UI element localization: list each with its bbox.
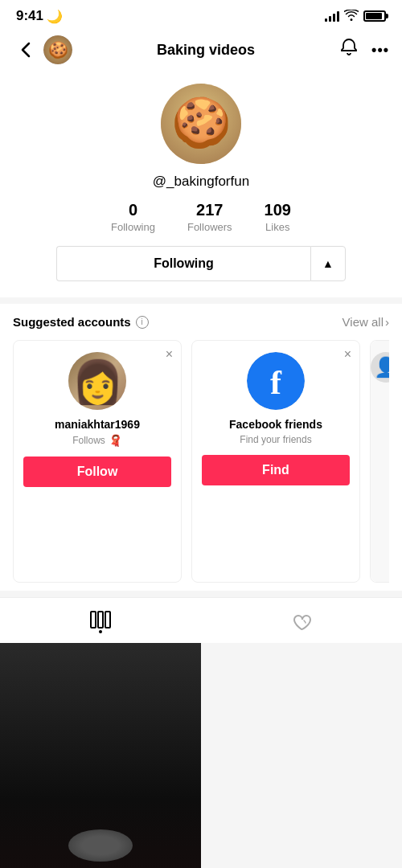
view-all-button[interactable]: View all › [343,315,389,329]
close-card-2-icon[interactable]: × [344,347,351,362]
likes-count: 109 [265,201,291,219]
tab-bar [0,597,402,643]
status-bar: 9:41 🌙 [0,0,402,29]
stat-likes: 109 Likes [265,201,291,233]
following-button[interactable]: Following [56,246,310,281]
nav-left: 🍪 [13,35,72,64]
stats-row: 0 Following 217 Followers 109 Likes [16,201,386,233]
follow-button-card-1[interactable]: Follow [23,457,171,487]
svg-rect-0 [91,612,96,628]
suggested-title-row: Suggested accounts i [13,315,149,329]
moon-icon: 🌙 [47,9,63,24]
close-card-1-icon[interactable]: × [166,347,173,362]
followers-count: 217 [196,201,223,219]
stat-following: 0 Following [111,201,155,233]
video-thumbnail-1[interactable] [0,643,201,868]
action-row: Following ▲ [56,246,346,281]
tab-liked[interactable] [275,609,328,635]
card-2-sub: Find your friends [240,434,311,445]
facebook-logo-icon: f [270,366,281,399]
info-icon[interactable]: i [136,316,149,329]
battery-icon [363,10,386,22]
following-label: Following [111,221,155,233]
dropdown-arrow-icon: ▲ [322,257,334,270]
wifi-icon [344,10,359,23]
nav-actions: ••• [339,38,389,62]
svg-rect-1 [98,612,103,628]
suggested-title: Suggested accounts [13,315,131,329]
active-tab-indicator [99,630,102,633]
card-1-avatar [68,352,126,410]
heart-outline-icon [291,612,312,632]
grid-icon [90,611,111,628]
find-button-card-2[interactable]: Find [202,455,350,485]
card-1-name: maniakhtar1969 [55,418,140,431]
back-button[interactable] [13,37,39,63]
following-count: 0 [129,201,137,219]
card-1-sub: Follows 🧣 [72,434,122,447]
section-divider-2 [0,591,402,597]
signal-icon [325,10,339,22]
bowl-visual [68,829,133,862]
chevron-right-icon: › [385,315,389,329]
svg-rect-2 [105,612,110,628]
nav-bar: 🍪 Baking videos ••• [0,29,402,71]
suggested-card-2: × f Facebook friends Find your friends F… [191,340,360,583]
card-2-name: Facebook friends [229,418,322,431]
suggested-header: Suggested accounts i View all › [13,315,389,329]
more-options-icon[interactable]: ••• [371,42,389,59]
nav-avatar: 🍪 [43,35,72,64]
suggested-cards-row: × maniakhtar1969 Follows 🧣 Follow × f Fa… [13,340,389,583]
section-divider [0,297,402,304]
status-icons [325,10,386,23]
profile-section: @_bakingforfun 0 Following 217 Followers… [0,71,402,297]
stat-followers: 217 Followers [187,201,232,233]
follows-emoji-icon: 🧣 [109,434,122,447]
card-2-avatar: f [247,352,305,410]
suggested-card-1: × maniakhtar1969 Follows 🧣 Follow [13,340,182,583]
video-grid [0,643,402,868]
profile-avatar [161,84,241,164]
dropdown-button[interactable]: ▲ [310,246,346,281]
status-time: 9:41 [16,8,43,24]
username: @_bakingforfun [153,174,249,190]
followers-label: Followers [187,221,232,233]
tab-videos[interactable] [74,608,127,637]
notification-bell-icon[interactable] [339,38,359,62]
likes-label: Likes [265,221,289,233]
page-title: Baking videos [72,42,339,59]
suggested-accounts-section: Suggested accounts i View all › × maniak… [0,304,402,591]
suggested-card-3-partial: 👤 [370,340,389,583]
